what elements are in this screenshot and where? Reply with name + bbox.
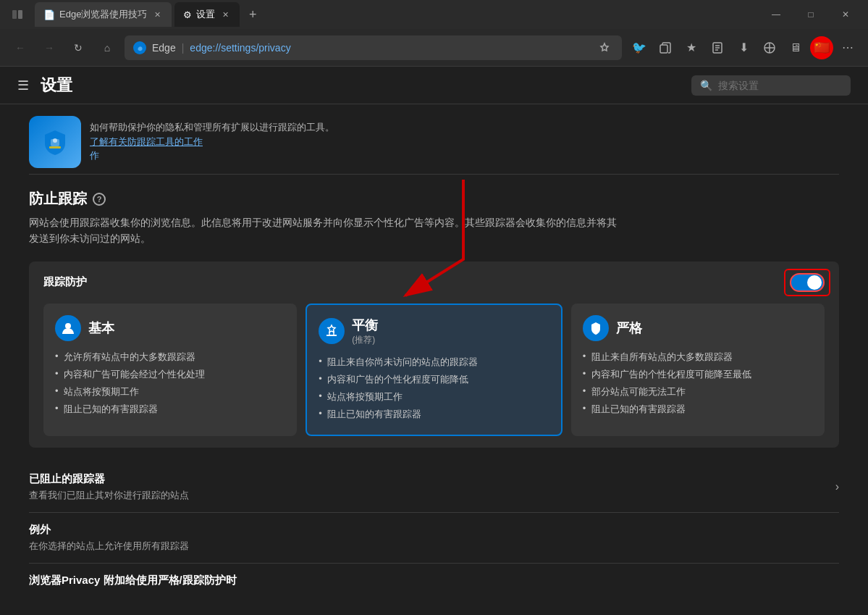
protection-label: 跟踪防护: [43, 275, 87, 289]
card-strict[interactable]: 严格 阻止来自所有站点的大多数跟踪器 内容和广告的个性化程度可能降至最低 部分站…: [571, 304, 825, 436]
collections-icon[interactable]: [654, 36, 677, 59]
toolbar-icons: 🐦 ★ ⬇ 🖥 🇨🇳 ⋯: [628, 36, 859, 59]
list-item: 阻止已知的有害跟踪器: [55, 401, 285, 418]
card-balanced-title-group: 平衡 (推荐): [352, 317, 378, 346]
tab-edge-tips[interactable]: 📄 Edge浏览器使用技巧 ✕: [35, 2, 172, 27]
search-icon: 🔍: [700, 80, 712, 91]
window-controls: — □ ✕: [759, 2, 862, 27]
reading-list-icon[interactable]: [706, 36, 729, 59]
card-balanced[interactable]: 平衡 (推荐) 阻止来自你尚未访问的站点的跟踪器 内容和广告的个性化程度可能降低…: [306, 304, 562, 436]
hamburger-icon[interactable]: ☰: [17, 78, 29, 93]
tracking-section: 防止跟踪 ? 网站会使用跟踪器收集你的浏览信息。此信息将用于改进网站服务并向你显…: [29, 189, 839, 590]
sidebar-toggle-icon[interactable]: [6, 3, 29, 26]
tab-settings[interactable]: ⚙ 设置 ✕: [174, 2, 240, 27]
tab2-close-icon[interactable]: ✕: [219, 9, 231, 20]
copilot-icon[interactable]: 🐦: [628, 36, 651, 59]
exceptions-title: 例外: [29, 523, 189, 537]
card-basic[interactable]: 基本 允许所有站点中的大多数跟踪器 内容和广告可能会经过个性化处理 站点将按预期…: [43, 304, 297, 436]
favorites-icon[interactable]: [596, 39, 613, 57]
content-area: 如何帮助保护你的隐私和管理所有扩展以进行跟踪的工具。 了解有关防跟踪工具的工作 …: [0, 104, 868, 615]
list-item: 站点将按预期工作: [319, 388, 549, 406]
svg-rect-0: [12, 10, 17, 19]
tracking-toggle[interactable]: [790, 273, 825, 292]
blocked-trackers-desc: 查看我们已阻止其对你进行跟踪的站点: [29, 489, 189, 502]
tab2-label: 设置: [196, 8, 215, 21]
settings-page: ☰ 设置 🔍: [0, 67, 868, 615]
card-basic-title: 基本: [88, 319, 114, 337]
svg-point-8: [53, 138, 57, 143]
list-item: 阻止已知的有害跟踪器: [583, 401, 813, 418]
screen-capture-icon[interactable]: 🖥: [784, 36, 807, 59]
new-tab-button[interactable]: +: [243, 4, 263, 25]
card-balanced-list: 阻止来自你尚未访问的站点的跟踪器 内容和广告的个性化程度可能降低 站点将按预期工…: [319, 353, 549, 423]
card-basic-header: 基本: [55, 315, 285, 341]
list-item: 内容和广告的个性化程度可能降至最低: [583, 366, 813, 383]
maximize-button[interactable]: □: [794, 2, 827, 27]
banner-link2[interactable]: 作: [90, 150, 99, 161]
exceptions-desc: 在你选择的站点上允许使用所有跟踪器: [29, 540, 189, 553]
list-item: 内容和广告的个性化程度可能降低: [319, 371, 549, 388]
protection-box: 跟踪防护: [29, 262, 839, 448]
tab1-label: Edge浏览器使用技巧: [59, 8, 147, 21]
main-content: ☰ 设置 🔍: [0, 67, 868, 615]
bottom-partial-text: 浏览器Privacy 附加给使用严格/跟踪防护时: [29, 563, 839, 590]
edge-logo-icon: [133, 41, 146, 54]
help-icon[interactable]: ?: [93, 193, 106, 206]
exceptions-row[interactable]: 例外 在你选择的站点上允许使用所有跟踪器: [29, 513, 839, 563]
below-section: 已阻止的跟踪器 查看我们已阻止其对你进行跟踪的站点 › 例外 在你选择的站点上允…: [29, 462, 839, 563]
search-settings-input[interactable]: [718, 80, 842, 91]
refresh-button[interactable]: ↻: [67, 36, 90, 59]
card-balanced-header: 平衡 (推荐): [319, 317, 549, 346]
blocked-trackers-row[interactable]: 已阻止的跟踪器 查看我们已阻止其对你进行跟踪的站点 ›: [29, 462, 839, 513]
close-button[interactable]: ✕: [829, 2, 862, 27]
banner-text: 如何帮助保护你的隐私和管理所有扩展以进行跟踪的工具。 了解有关防跟踪工具的工作 …: [90, 116, 334, 163]
tab1-close-icon[interactable]: ✕: [151, 9, 163, 20]
blocked-trackers-text: 已阻止的跟踪器 查看我们已阻止其对你进行跟踪的站点: [29, 472, 189, 502]
toggle-container: [790, 273, 825, 292]
tab2-favicon: ⚙: [183, 9, 192, 20]
tab1-favicon: 📄: [43, 9, 55, 20]
card-strict-title: 严格: [616, 319, 642, 337]
card-balanced-icon: [319, 318, 345, 344]
home-button[interactable]: ⌂: [96, 36, 119, 59]
downloads-icon[interactable]: ⬇: [732, 36, 755, 59]
tab-group: 📄 Edge浏览器使用技巧 ✕ ⚙ 设置 ✕ +: [6, 2, 759, 27]
minimize-button[interactable]: —: [759, 2, 793, 27]
list-item: 站点将按预期工作: [55, 383, 285, 401]
address-url: edge://settings/privacy: [190, 42, 290, 54]
list-item: 阻止已知的有害跟踪器: [319, 406, 549, 423]
card-balanced-subtitle: (推荐): [352, 334, 378, 346]
settings-title: 设置: [41, 75, 72, 96]
svg-point-10: [65, 323, 71, 329]
exceptions-text: 例外 在你选择的站点上允许使用所有跟踪器: [29, 523, 189, 553]
card-strict-list: 阻止来自所有站点的大多数跟踪器 内容和广告的个性化程度可能降至最低 部分站点可能…: [583, 348, 813, 418]
forward-button[interactable]: →: [38, 36, 61, 59]
card-strict-header: 严格: [583, 315, 813, 341]
list-item: 阻止来自所有站点的大多数跟踪器: [583, 348, 813, 366]
card-basic-list: 允许所有站点中的大多数跟踪器 内容和广告可能会经过个性化处理 站点将按预期工作 …: [55, 348, 285, 418]
chevron-right-icon: ›: [835, 480, 839, 493]
card-strict-icon: [583, 315, 609, 341]
svg-rect-1: [18, 10, 22, 19]
address-input[interactable]: Edge | edge://settings/privacy: [125, 35, 622, 60]
address-separator: |: [182, 42, 185, 54]
address-edge-label: Edge: [152, 42, 176, 54]
banner-link[interactable]: 了解有关防跟踪工具的工作: [90, 136, 203, 147]
list-item: 内容和广告可能会经过个性化处理: [55, 366, 285, 383]
banner-area: 如何帮助保护你的隐私和管理所有扩展以进行跟踪的工具。 了解有关防跟踪工具的工作 …: [29, 104, 839, 175]
more-tools-icon[interactable]: ⋯: [836, 36, 859, 59]
banner-shield-icon: [29, 116, 81, 168]
section-description: 网站会使用跟踪器收集你的浏览信息。此信息将用于改进网站服务并向你显示个性化广告等…: [29, 214, 839, 247]
address-bar: ← → ↻ ⌂ Edge | edge://settings/privacy 🐦…: [0, 29, 868, 67]
protection-header: 跟踪防护: [43, 273, 825, 292]
settings-header: ☰ 设置 🔍: [0, 67, 868, 104]
favorites-bar-icon[interactable]: ★: [680, 36, 703, 59]
card-basic-icon: [55, 315, 81, 341]
search-settings-bar[interactable]: 🔍: [691, 75, 851, 96]
browser-essentials-icon[interactable]: [758, 36, 781, 59]
profile-icon[interactable]: 🇨🇳: [810, 36, 833, 59]
title-bar: 📄 Edge浏览器使用技巧 ✕ ⚙ 设置 ✕ + — □ ✕: [0, 0, 868, 29]
svg-rect-9: [49, 146, 61, 148]
section-title: 防止跟踪 ?: [29, 189, 839, 209]
back-button[interactable]: ←: [9, 36, 32, 59]
